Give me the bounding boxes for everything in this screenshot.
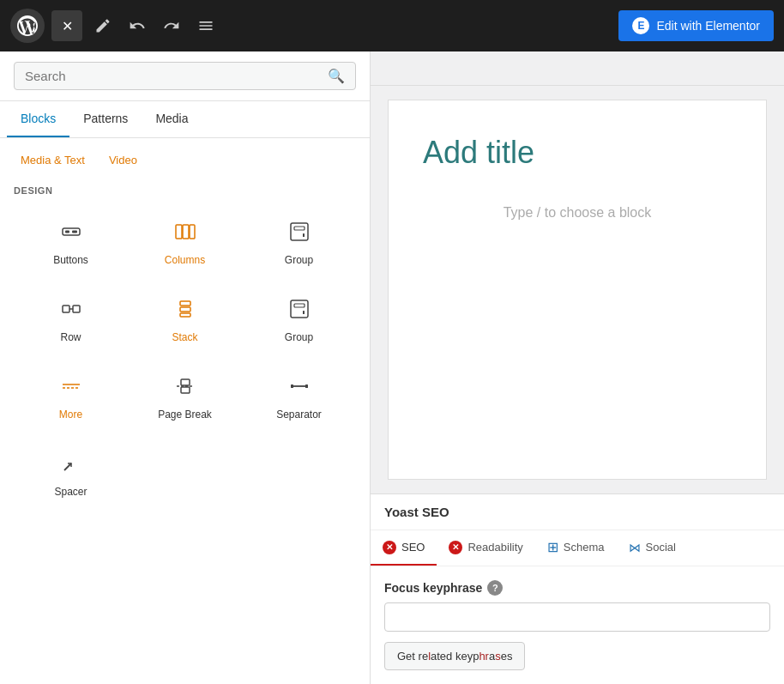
focus-keyphrase-label: Focus keyphrase ? [384, 580, 770, 596]
block-list: Media & Text Video DESIGN Buttons Colum [0, 138, 370, 684]
yoast-header: Yoast SEO [371, 494, 784, 530]
svg-rect-1 [65, 231, 69, 233]
blocks-row-2: Row Stack Group [0, 280, 370, 357]
block-buttons[interactable]: Buttons [14, 206, 128, 276]
yoast-body: Focus keyphrase ? Get related keyphrases [371, 566, 784, 684]
social-icon: ⋈ [629, 541, 641, 554]
svg-rect-2 [72, 231, 77, 233]
block-group[interactable]: Group [242, 206, 356, 276]
block-video[interactable]: Video [99, 148, 148, 172]
menu-button[interactable] [192, 12, 220, 39]
content-area: Add title Type / to choose a block Yoast… [371, 51, 784, 684]
search-input-wrap: 🔍 [14, 62, 356, 90]
spacer-label: Spacer [54, 486, 87, 498]
buttons-label: Buttons [53, 254, 88, 266]
top-bar: ✕ E Edit with Elementor [0, 0, 784, 51]
undo-button[interactable] [124, 12, 151, 39]
svg-rect-16 [294, 304, 305, 307]
edit-elementor-button[interactable]: E Edit with Elementor [618, 10, 774, 41]
schema-icon: ⊞ [547, 539, 558, 555]
focus-keyphrase-input[interactable] [384, 602, 770, 632]
blocks-row-3: More Page Break Separator [0, 357, 370, 434]
svg-rect-6 [291, 223, 308, 240]
svg-rect-25 [305, 384, 308, 388]
block-page-break[interactable]: Page Break [128, 360, 242, 431]
main-layout: 🔍 Blocks Patterns Media Media & Text Vid… [0, 51, 784, 684]
separator-icon [287, 374, 311, 402]
undo-icon [129, 17, 146, 34]
svg-rect-17 [303, 311, 305, 314]
block-more[interactable]: More [14, 360, 128, 431]
tab-media[interactable]: Media [142, 101, 202, 137]
tab-patterns[interactable]: Patterns [69, 101, 142, 137]
close-button[interactable]: ✕ [51, 10, 82, 41]
block-separator[interactable]: Separator [242, 360, 356, 431]
wordpress-logo[interactable] [10, 9, 45, 43]
sidebar: 🔍 Blocks Patterns Media Media & Text Vid… [0, 51, 371, 684]
tab-blocks[interactable]: Blocks [7, 101, 69, 137]
group2-icon [287, 297, 311, 324]
yoast-tab-seo[interactable]: ✕ SEO [371, 530, 437, 566]
search-input[interactable] [25, 69, 328, 83]
yoast-tab-schema[interactable]: ⊞ Schema [535, 530, 617, 566]
group-label: Group [285, 254, 313, 266]
row-icon [59, 297, 83, 324]
elementor-icon: E [632, 17, 649, 34]
hamburger-icon [197, 17, 214, 34]
svg-rect-10 [73, 306, 80, 312]
redo-button[interactable] [158, 12, 185, 39]
columns-icon [173, 220, 197, 247]
yoast-tabs: ✕ SEO ✕ Readability ⊞ Schema ⋈ Social [371, 530, 784, 566]
block-columns[interactable]: Columns [128, 206, 242, 276]
svg-rect-21 [181, 387, 190, 393]
redo-icon [163, 17, 180, 34]
seo-status-dot: ✕ [383, 541, 396, 554]
svg-rect-14 [180, 313, 190, 317]
svg-rect-12 [180, 301, 190, 306]
svg-rect-4 [183, 225, 189, 239]
pencil-icon [94, 17, 112, 34]
design-section-label: DESIGN [0, 175, 370, 203]
help-icon[interactable]: ? [487, 580, 503, 596]
stack-label: Stack [172, 331, 197, 343]
block-media-and-text[interactable]: Media & Text [10, 148, 95, 172]
readability-status-dot: ✕ [449, 541, 462, 554]
buttons-icon [59, 220, 83, 247]
sidebar-tabs: Blocks Patterns Media [0, 101, 370, 138]
block-stack[interactable]: Stack [128, 283, 242, 354]
get-keyphrases-button[interactable]: Get related keyphrases [384, 642, 525, 670]
group-icon [287, 220, 311, 247]
wp-icon [17, 15, 38, 36]
canvas-inner: Add title Type / to choose a block [388, 100, 767, 480]
yoast-panel: Yoast SEO ✕ SEO ✕ Readability ⊞ Schema ⋈… [371, 493, 784, 684]
columns-label: Columns [165, 254, 205, 266]
edit-pencil-button[interactable] [89, 12, 117, 39]
block-spacer[interactable]: Spacer [14, 438, 128, 508]
search-bar: 🔍 [0, 51, 370, 101]
choose-block-hint: Type / to choose a block [423, 188, 732, 238]
blocks-row-4: Spacer [0, 434, 370, 511]
row-label: Row [60, 331, 81, 343]
svg-rect-7 [294, 227, 305, 230]
page-break-icon [173, 374, 197, 402]
spacer-icon [59, 451, 83, 479]
svg-rect-5 [190, 225, 195, 239]
block-group-2[interactable]: Group [242, 283, 356, 354]
canvas-body: Add title Type / to choose a block [389, 100, 766, 479]
block-row[interactable]: Row [14, 283, 128, 354]
more-icon [59, 374, 83, 402]
svg-line-26 [64, 463, 71, 470]
more-label: More [59, 409, 82, 421]
separator-label: Separator [276, 409, 322, 421]
svg-rect-13 [180, 307, 190, 312]
group2-label: Group [285, 331, 313, 343]
yoast-tab-readability[interactable]: ✕ Readability [437, 530, 534, 566]
yoast-tab-social[interactable]: ⋈ Social [617, 530, 688, 566]
svg-rect-3 [176, 225, 182, 239]
stack-icon [173, 297, 197, 324]
search-icon[interactable]: 🔍 [328, 68, 345, 84]
editor-canvas: Add title Type / to choose a block [371, 51, 784, 493]
blocks-row-1: Buttons Columns Group [0, 203, 370, 280]
svg-rect-20 [181, 379, 190, 385]
add-title-field[interactable]: Add title [423, 135, 732, 171]
